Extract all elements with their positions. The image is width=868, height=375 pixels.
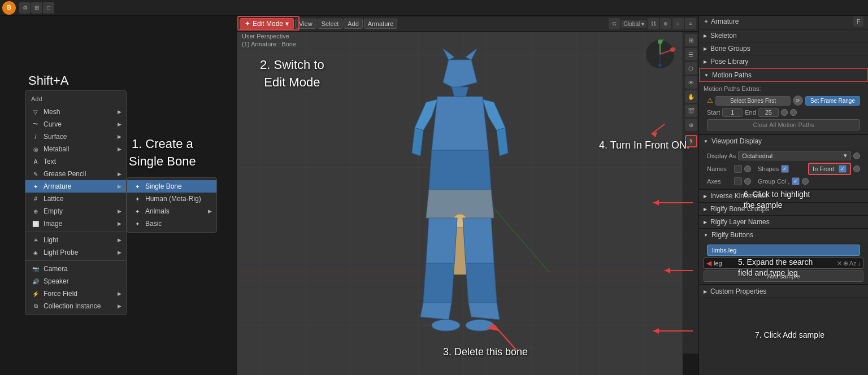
proportional-btn[interactable]: ○ — [672, 18, 684, 29]
menu-item-mesh[interactable]: ▽ Mesh ▶ — [25, 106, 126, 118]
collapse-icon: ▶ — [704, 46, 707, 51]
axes-checkbox[interactable] — [734, 177, 742, 185]
search-clear-icon[interactable]: ✕ — [837, 260, 842, 267]
fake-user-btn[interactable]: F — [853, 16, 863, 27]
submenu-single-bone[interactable]: ✦ Single Bone — [127, 180, 216, 193]
motion-paths-header[interactable]: ▼ Motion Paths — [699, 68, 868, 82]
search-options-icon[interactable]: ⊕ — [843, 260, 848, 267]
menu-item-camera[interactable]: 📷 Camera — [25, 263, 126, 275]
submenu-human-meta-rig[interactable]: ✦ Human (Meta-Rig) — [127, 193, 216, 205]
menu-item-force-field[interactable]: ⚡ Force Field ▶ — [25, 287, 126, 300]
menu-item-light[interactable]: ☀ Light ▶ — [25, 234, 126, 246]
group-col-dot[interactable] — [802, 178, 809, 185]
skeleton-header[interactable]: ▶ Skeleton — [699, 29, 868, 42]
custom-properties-header[interactable]: ▶ Custom Properties — [699, 285, 868, 298]
menu-item-speaker[interactable]: 🔊 Speaker — [25, 275, 126, 287]
animals-icon: ✦ — [133, 207, 142, 216]
names-shapes-row: Names Shapes ✓ In Front ✓ — [704, 162, 863, 176]
start-input[interactable]: 1 — [722, 108, 743, 117]
display-as-dropdown[interactable]: Octahedral ▾ — [738, 151, 851, 160]
snap-btn[interactable]: ⊕ — [660, 18, 671, 29]
set-frame-range-btn[interactable]: Set Frame Range — [805, 96, 860, 106]
arrow-icon: ▶ — [118, 146, 121, 152]
side-icon-4[interactable]: 👁 — [685, 76, 697, 89]
side-icon-2[interactable]: ☰ — [685, 48, 697, 60]
shift-a-label: Shift+A — [28, 73, 69, 88]
options-btn[interactable]: ≡ — [685, 18, 696, 29]
clear-all-btn[interactable]: Clear All Motion Paths — [707, 119, 860, 130]
menu-item-empty[interactable]: ⊕ Empty ▶ — [25, 205, 126, 217]
ik-header[interactable]: ▶ Inverse Kinematics — [699, 190, 868, 202]
rigify-buttons-header[interactable]: ▼ Rigify Buttons — [699, 229, 868, 241]
view-btn[interactable]: View — [295, 19, 316, 29]
viewport-display-header[interactable]: ▼ Viewport Display — [699, 135, 868, 147]
svg-text:Y: Y — [661, 38, 665, 43]
shapes-checkbox[interactable]: ✓ — [781, 165, 789, 173]
toolbar-icon-1[interactable]: ⚙ — [19, 2, 31, 14]
rigify-search-input[interactable] — [714, 260, 837, 267]
blender-logo: B — [2, 1, 16, 15]
side-icon-5[interactable]: ✋ — [685, 90, 697, 103]
group-col-checkbox[interactable]: ✓ — [792, 177, 800, 185]
svg-marker-11 — [483, 99, 505, 130]
add-menu: Add ▽ Mesh ▶ 〜 Curve ▶ / Surface ▶ ◎ Met… — [25, 90, 127, 315]
menu-item-lattice[interactable]: # Lattice — [25, 193, 126, 205]
motion-paths-row2: Start 1 End 25 — [704, 107, 863, 118]
side-icon-1[interactable]: ⊞ — [685, 34, 697, 46]
armature-btn[interactable]: Armature — [364, 19, 397, 29]
global-dropdown[interactable]: Global ▾ — [621, 20, 646, 28]
add-btn[interactable]: Add — [344, 19, 363, 29]
character-model — [381, 49, 539, 365]
side-icon-7[interactable]: ⊕ — [685, 119, 697, 131]
svg-point-35 — [658, 64, 662, 67]
link-btn[interactable]: ⛓ — [648, 18, 659, 29]
menu-item-surface[interactable]: / Surface ▶ — [25, 130, 126, 143]
display-as-dot[interactable] — [853, 152, 860, 159]
dot-btn-2[interactable] — [790, 109, 797, 116]
menu-item-armature[interactable]: ✦ Armature ▶ — [25, 180, 126, 193]
infront-box[interactable]: In Front ✓ — [808, 163, 851, 175]
menu-item-image[interactable]: ⬜ Image ▶ — [25, 217, 126, 230]
dot-btn-1[interactable] — [781, 109, 788, 116]
bone-groups-header[interactable]: ▶ Bone Groups — [699, 42, 868, 55]
menu-item-collection-instance[interactable]: ⧉ Collection Instance ▶ — [25, 300, 126, 312]
global-btn[interactable]: G — [609, 18, 620, 29]
calculate-icon[interactable]: ⟳ — [793, 95, 803, 106]
collapse-icon: ▶ — [704, 33, 707, 38]
infront-dot[interactable] — [853, 165, 860, 172]
infront-checkbox[interactable]: ✓ — [839, 165, 847, 173]
side-icon-3[interactable]: ⬡ — [685, 62, 697, 75]
axes-dot[interactable] — [744, 178, 751, 185]
panel-content: ▶ Skeleton ▶ Bone Groups ▶ Pose Library … — [699, 29, 868, 298]
mode-selector[interactable]: ✦ Edit Mode ▾ — [240, 18, 294, 29]
menu-item-light-probe[interactable]: ◈ Light Probe ▶ — [25, 246, 126, 259]
svg-point-21 — [432, 320, 460, 331]
end-input[interactable]: 25 — [758, 108, 779, 117]
toolbar-icon-3[interactable]: □ — [43, 2, 54, 14]
side-icon-6[interactable]: 🎬 — [685, 104, 697, 117]
names-dot[interactable] — [744, 165, 751, 172]
names-checkbox[interactable] — [734, 165, 742, 173]
svg-marker-22 — [468, 303, 500, 320]
add-sample-btn[interactable]: Add sample — [704, 271, 863, 282]
svg-marker-24 — [426, 190, 494, 218]
select-bones-btn[interactable]: Select Bones First — [715, 96, 791, 106]
menu-item-grease-pencil[interactable]: ✎ Grease Pencil ▶ — [25, 168, 126, 180]
clear-motion-paths-row: Clear All Motion Paths — [704, 118, 863, 132]
rigify-bone-groups-header[interactable]: ▶ Rigify Bone Groups — [699, 203, 868, 215]
collapse-icon: ▶ — [704, 194, 707, 199]
menu-item-text[interactable]: A Text — [25, 155, 126, 168]
select-btn[interactable]: Select — [318, 19, 343, 29]
light-probe-icon: ◈ — [31, 248, 40, 257]
search-sort-icon[interactable]: Az — [849, 260, 857, 267]
side-icon-motion-path[interactable]: 🏃 — [685, 135, 697, 147]
menu-item-curve[interactable]: 〜 Curve ▶ — [25, 118, 126, 130]
limbs-leg-item[interactable]: limbs.leg — [707, 245, 860, 256]
submenu-animals[interactable]: ✦ Animals ▶ — [127, 205, 216, 217]
menu-item-metaball[interactable]: ◎ Metaball ▶ — [25, 143, 126, 155]
submenu-basic[interactable]: ✦ Basic — [127, 217, 216, 230]
pose-library-header[interactable]: ▶ Pose Library — [699, 55, 868, 68]
rigify-layer-names-header[interactable]: ▶ Rigify Layer Names — [699, 216, 868, 228]
search-down-icon[interactable]: ↓ — [858, 260, 861, 267]
toolbar-icon-2[interactable]: ⊞ — [31, 2, 42, 14]
